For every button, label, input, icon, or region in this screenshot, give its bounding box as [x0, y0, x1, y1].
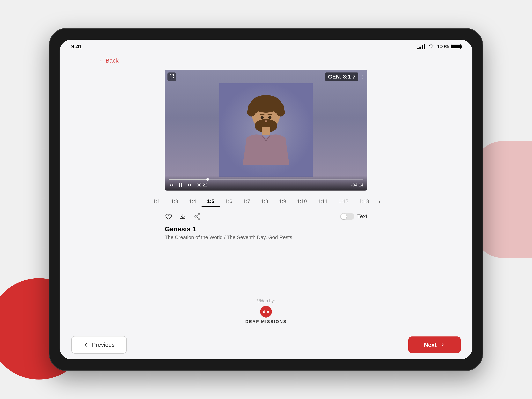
- fullscreen-icon: [170, 74, 174, 79]
- chapter-tab-1-4[interactable]: 1:4: [184, 196, 202, 207]
- rewind-button[interactable]: [169, 182, 174, 188]
- progress-bar[interactable]: [169, 179, 363, 180]
- status-bar: 9:41 100%: [60, 40, 472, 53]
- chapter-tab-1-9[interactable]: 1:9: [274, 196, 291, 207]
- verse-info: GEN. 3:1-7 ⋮: [325, 72, 365, 81]
- pause-button[interactable]: [178, 182, 184, 188]
- fullscreen-control: [167, 72, 176, 81]
- verse-label: GEN. 3:1-7: [325, 72, 358, 81]
- dm-icon: dm: [260, 306, 272, 318]
- svg-point-10: [268, 116, 272, 119]
- bottom-navigation: Previous Next: [60, 330, 472, 359]
- text-toggle-label: Text: [357, 213, 367, 219]
- remaining-time-display: -04:14: [351, 183, 363, 188]
- back-arrow-icon: ←: [99, 58, 104, 64]
- battery-percent: 100%: [437, 44, 449, 49]
- chapter-next-button[interactable]: ›: [375, 197, 384, 206]
- back-label: Back: [106, 57, 119, 64]
- ipad-screen: 9:41 100%: [60, 40, 472, 359]
- previous-label: Previous: [92, 341, 115, 348]
- svg-line-18: [196, 217, 198, 218]
- content-subtitle: The Creation of the World / The Seventh …: [165, 234, 367, 240]
- chapter-tab-1-6[interactable]: 1:6: [220, 196, 238, 207]
- svg-point-5: [247, 108, 256, 116]
- svg-point-16: [198, 218, 200, 219]
- more-options-icon[interactable]: ⋮: [360, 74, 365, 79]
- chapter-tab-1-1[interactable]: 1:1: [148, 196, 165, 207]
- org-name: DEAF MISSIONS: [245, 319, 287, 324]
- dm-initials: dm: [263, 309, 269, 314]
- wifi-icon: [428, 44, 434, 50]
- svg-point-11: [265, 120, 267, 122]
- svg-rect-12: [179, 183, 180, 187]
- progress-fill: [169, 179, 208, 180]
- deaf-missions-logo: dm DEAF MISSIONS: [245, 306, 287, 324]
- video-by-section: Video by: dm DEAF MISSIONS: [99, 291, 433, 330]
- video-background: [165, 70, 367, 191]
- chapter-tab-1-7[interactable]: 1:7: [238, 196, 256, 207]
- next-label: Next: [424, 341, 437, 348]
- forward-button[interactable]: [187, 182, 193, 188]
- content-info: Genesis 1 The Creation of the World / Th…: [165, 225, 367, 240]
- svg-line-17: [196, 215, 198, 216]
- text-toggle-area: Text: [340, 213, 367, 220]
- status-time: 9:41: [71, 44, 82, 50]
- chapter-tabs: 1:1 1:3 1:4 1:5 1:6 1:7 1:8 1:9 1:10 1:1…: [148, 196, 384, 207]
- svg-point-15: [195, 216, 196, 217]
- content-area: ← Back: [60, 53, 472, 330]
- chapter-tab-1-12[interactable]: 1:12: [333, 196, 354, 207]
- video-player[interactable]: GEN. 3:1-7 ⋮: [165, 70, 367, 191]
- video-by-label: Video by:: [257, 298, 275, 303]
- back-button[interactable]: ← Back: [99, 57, 119, 64]
- battery-icon: [451, 44, 461, 49]
- download-button[interactable]: [179, 213, 187, 220]
- svg-point-6: [276, 108, 285, 116]
- progress-thumb: [206, 178, 209, 181]
- action-left: [165, 213, 201, 220]
- remaining-time: -04:14: [351, 183, 363, 187]
- current-time: 00:22: [197, 183, 207, 188]
- controls-left: 00:22: [169, 182, 207, 188]
- ipad-frame: 9:41 100%: [49, 28, 483, 371]
- content-title: Genesis 1: [165, 225, 367, 233]
- fullscreen-button[interactable]: [167, 72, 176, 81]
- chapter-tab-1-5[interactable]: 1:5: [202, 196, 220, 207]
- action-row: Text: [165, 213, 367, 220]
- battery-indicator: 100%: [437, 44, 461, 49]
- next-button[interactable]: Next: [408, 336, 461, 353]
- svg-point-14: [198, 213, 200, 215]
- chapter-tab-1-3[interactable]: 1:3: [166, 196, 184, 207]
- chapter-tab-1-13[interactable]: 1:13: [354, 196, 375, 207]
- chapter-tab-1-10[interactable]: 1:10: [291, 196, 312, 207]
- playback-controls: 00:22 -04:14: [169, 182, 363, 188]
- svg-rect-8: [262, 127, 270, 135]
- toggle-knob: [341, 213, 347, 219]
- chapter-tab-1-11[interactable]: 1:11: [312, 196, 333, 207]
- svg-rect-13: [181, 183, 182, 187]
- svg-point-9: [260, 116, 264, 119]
- share-button[interactable]: [194, 213, 201, 220]
- video-person: [219, 83, 313, 177]
- like-button[interactable]: [165, 213, 172, 220]
- signal-icon: [417, 44, 425, 49]
- previous-button[interactable]: Previous: [71, 336, 127, 354]
- status-right: 100%: [417, 44, 461, 50]
- text-toggle-switch[interactable]: [340, 213, 354, 220]
- video-controls: 00:22 -04:14: [165, 176, 367, 191]
- chapter-tab-1-8[interactable]: 1:8: [256, 196, 274, 207]
